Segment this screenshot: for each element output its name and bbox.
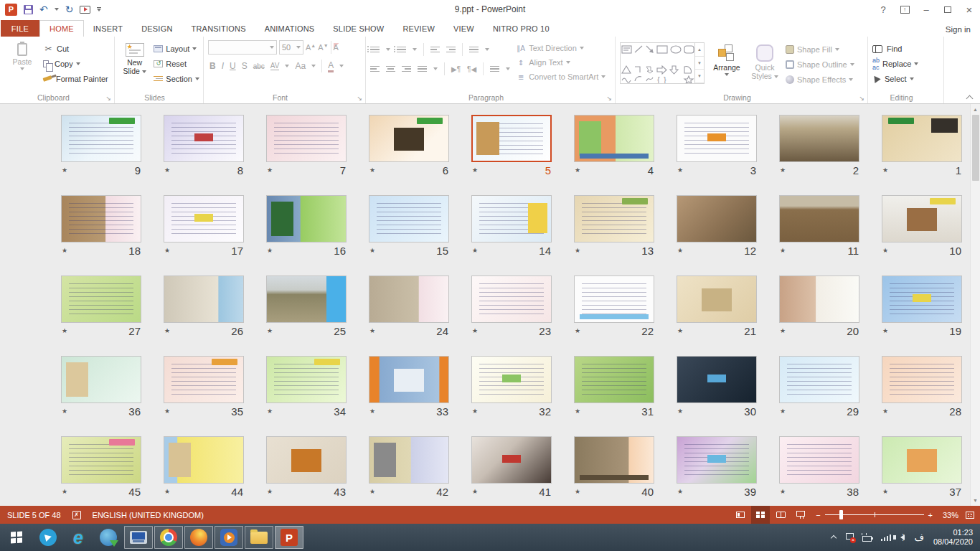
vertical-scrollbar[interactable]: ▲ ▼ [970,104,980,506]
slide-thumbnail-20[interactable] [779,276,859,323]
slide-thumbnail-5[interactable] [471,115,552,162]
gallery-down-icon[interactable]: ▼ [695,57,704,70]
scrollbar-thumb[interactable] [972,115,979,181]
show-hidden-icons-chevron-icon[interactable] [831,534,837,540]
tab-nitro-pro[interactable]: NITRO PRO 10 [484,20,559,37]
tab-review[interactable]: REVIEW [393,20,444,37]
action-center-flag-icon[interactable] [846,533,853,542]
restore-button[interactable] [937,0,958,19]
find-button[interactable]: Find [872,42,940,55]
shapes-gallery-scrollbar[interactable]: ▲▼▼ [694,43,704,83]
decrease-indent-button[interactable] [430,47,440,53]
columns-button[interactable] [490,66,499,72]
zoom-slider-thumb[interactable] [839,510,843,519]
taskbar-clock[interactable]: 01:23 08/04/2020 [933,528,973,547]
ribbon-display-options-button[interactable]: ↑ [894,0,915,19]
slide-thumbnail-33[interactable] [369,356,449,403]
paragraph-dialog-launcher[interactable]: ↘ [606,95,612,102]
tab-design[interactable]: DESIGN [132,20,182,37]
tab-view[interactable]: VIEW [444,20,484,37]
taskbar-download-manager[interactable] [94,526,123,549]
slide-thumbnail-32[interactable] [471,356,552,403]
slide-thumbnail-38[interactable] [779,436,859,484]
paste-button[interactable]: Paste [6,40,39,92]
arrange-button[interactable]: Arrange [710,40,744,92]
slide-thumbnail-15[interactable] [369,195,449,242]
slide-thumbnail-24[interactable] [369,276,449,323]
slide-thumbnail-42[interactable] [369,436,449,484]
slide-thumbnail-7[interactable] [266,115,347,162]
input-language-indicator[interactable]: ف [914,532,923,543]
slide-thumbnail-17[interactable] [164,195,244,242]
zoom-in-button[interactable]: + [928,511,933,519]
customize-qat-button[interactable] [97,7,101,11]
slide-thumbnail-28[interactable] [882,356,962,403]
quick-styles-button[interactable]: QuickStyles [749,40,781,92]
gallery-more-icon[interactable]: ▼ [695,70,704,83]
volume-icon[interactable] [900,534,905,540]
slide-thumbnail-39[interactable] [677,436,757,484]
tab-file[interactable]: FILE [1,20,39,37]
replace-button[interactable]: abacReplace [872,57,940,70]
scroll-up-icon[interactable]: ▲ [971,104,980,115]
language-indicator[interactable]: ENGLISH (UNITED KINGDOM) [93,511,204,519]
battery-icon[interactable] [862,536,872,542]
italic-button[interactable]: I [222,61,224,71]
slide-thumbnail-4[interactable] [574,115,654,162]
font-size-combobox[interactable]: 50 [279,40,303,55]
font-name-combobox[interactable] [208,40,277,55]
fit-slide-to-window-button[interactable] [966,512,974,519]
spell-check-icon[interactable]: ✗ [72,511,81,519]
slide-thumbnail-43[interactable] [266,436,347,484]
align-right-button[interactable] [402,66,411,72]
slide-thumbnail-2[interactable] [779,115,859,162]
bullets-button[interactable] [370,47,380,53]
text-direction-button[interactable]: ∥AText Direction [516,42,606,54]
slide-thumbnail-10[interactable] [882,195,962,242]
font-dialog-launcher[interactable]: ↘ [357,95,362,102]
normal-view-button[interactable] [731,506,750,524]
shape-effects-button[interactable]: Shape Effects [786,73,854,85]
slide-thumbnail-16[interactable] [266,195,347,242]
tab-animations[interactable]: ANIMATIONS [255,20,324,37]
slide-thumbnail-37[interactable] [882,436,962,484]
sign-in-link[interactable]: Sign in [946,25,971,34]
slide-thumbnail-9[interactable] [61,115,141,162]
collapse-ribbon-button[interactable] [966,94,973,100]
shapes-gallery[interactable]: { } ▲▼▼ [620,42,705,84]
reset-button[interactable]: ↺Reset [154,57,199,70]
slide-thumbnail-30[interactable] [677,356,757,403]
rtl-direction-button[interactable]: ¶◀ [467,65,476,73]
slide-thumbnail-1[interactable] [882,115,962,162]
layout-button[interactable]: Layout [154,42,199,55]
align-text-button[interactable]: ⇕Align Text [516,57,606,68]
redo-icon[interactable]: ↻ [65,4,74,14]
format-painter-button[interactable]: Format Painter [43,72,108,85]
slide-thumbnail-13[interactable] [574,195,654,242]
slide-thumbnail-11[interactable] [779,195,859,242]
grow-font-button[interactable]: A▲ [306,43,316,52]
start-from-beginning-icon[interactable] [80,6,90,14]
undo-dropdown-caret-icon[interactable] [55,8,59,11]
ltr-direction-button[interactable]: ▶¶ [451,65,461,73]
strikethrough-button[interactable]: abc [253,62,265,70]
numbering-button[interactable] [397,47,406,53]
slide-thumbnail-14[interactable] [471,195,552,242]
gallery-up-icon[interactable]: ▲ [695,43,704,57]
tab-transitions[interactable]: TRANSITIONS [182,20,255,37]
minimize-button[interactable]: – [915,0,937,19]
close-button[interactable]: × [958,0,980,19]
slide-thumbnail-44[interactable] [164,436,244,484]
taskbar-remote-desktop[interactable] [124,526,153,549]
clear-formatting-button[interactable]: A [334,43,339,52]
slide-thumbnail-3[interactable] [677,115,757,162]
slide-thumbnail-31[interactable] [574,356,654,403]
line-spacing-button[interactable] [469,47,479,53]
tab-home[interactable]: HOME [39,20,84,37]
clipboard-dialog-launcher[interactable]: ↘ [105,95,111,102]
slide-thumbnail-41[interactable] [471,436,552,484]
copy-button[interactable]: Copy [43,57,108,70]
shape-outline-button[interactable]: Shape Outline [786,58,854,70]
shape-fill-button[interactable]: Shape Fill [786,43,854,55]
zoom-slider[interactable] [825,514,924,515]
